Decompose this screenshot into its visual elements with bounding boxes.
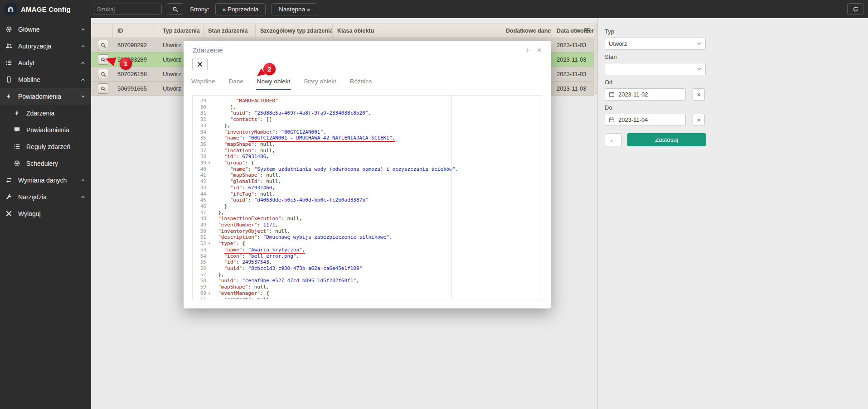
fold-gutter <box>206 216 212 222</box>
line-number: 54 <box>193 253 206 260</box>
sidebar-item-mobilne[interactable]: Mobilne <box>0 71 91 88</box>
code-text: "uuid": "25d88e5a-469f-4a8f-9fa9-2334038… <box>212 110 371 116</box>
filter-stan-select[interactable] <box>605 63 706 75</box>
modal-close-button[interactable] <box>192 58 208 70</box>
table-header: IDTyp zdarzeniaStan zdarzeniaSzczegółowy… <box>91 24 594 38</box>
filter-typ-value: Utwórz <box>609 40 627 47</box>
sidebar-item-główne[interactable]: Główne <box>0 21 91 38</box>
column-header-stan-zdarzenia: Stan zdarzenia <box>204 24 256 38</box>
event-modal: Zdarzenie + × WspólneDaneNowy obiektStar… <box>184 41 551 308</box>
line-number: 34 <box>193 129 206 135</box>
line-number: 38 <box>193 154 206 160</box>
fold-icon[interactable]: ▾ <box>206 160 212 166</box>
tab-dane[interactable]: Dane <box>228 78 244 90</box>
sidebar-item-label: Schedulery <box>26 160 86 167</box>
mobile-icon <box>5 76 14 83</box>
sidebar-item-wymiana-danych[interactable]: Wymiana danych <box>0 172 91 188</box>
close-icon[interactable]: × <box>537 46 542 54</box>
filter-do-clear-button[interactable]: × <box>693 114 705 126</box>
column-header-actions <box>91 24 113 38</box>
row-details-button[interactable] <box>98 69 108 79</box>
column-header-klasa-obiektu: Klasa obiektu <box>333 24 501 38</box>
table-scrollbar[interactable] <box>594 24 597 94</box>
filters-panel: Typ Utwórz Stan Od 2023-11-02 × Do 2023-… <box>597 18 868 409</box>
line-number: 53 <box>193 247 206 253</box>
bolt-icon <box>14 110 22 116</box>
sidebar-item-zdarzenia[interactable]: Zdarzenia <box>0 105 91 121</box>
fold-gutter <box>206 166 212 173</box>
fold-icon[interactable]: ▾ <box>206 290 212 297</box>
calendar-icon[interactable] <box>609 117 615 123</box>
expand-icon[interactable]: + <box>525 46 530 54</box>
code-text: "contact": null, <box>212 297 272 300</box>
code-text: "inventoryObject": null, <box>212 228 290 235</box>
table-cell <box>91 83 113 94</box>
sidebar-item-autoryzacja[interactable]: Autoryzacja <box>0 38 91 54</box>
row-details-button[interactable] <box>98 40 108 50</box>
x-icon <box>197 62 203 67</box>
sidebar-item-label: Audyt <box>18 59 80 67</box>
modal-tabs: WspólneDaneNowy obiektStary obiektRóżnic… <box>190 78 373 90</box>
table-cell: 507090292 <box>113 42 158 48</box>
apply-filters-button[interactable]: Zastosuj <box>627 133 706 146</box>
line-number: 52 <box>193 241 206 247</box>
chevron-down-icon <box>697 67 702 72</box>
code-line: 40 "name": "System uzdatniania wody (odw… <box>193 166 542 173</box>
fold-icon[interactable]: ▾ <box>206 241 212 247</box>
sidebar-item-audyt[interactable]: Audyt <box>0 54 91 71</box>
amage-logo-icon <box>5 3 17 15</box>
tab-różnica[interactable]: Różnica <box>349 78 373 90</box>
fold-gutter <box>206 203 212 210</box>
filter-od-clear-button[interactable]: × <box>693 88 705 101</box>
filter-od-date-input[interactable]: 2023-11-02 <box>605 88 686 101</box>
tab-nowy-obiekt[interactable]: Nowy obiekt <box>256 78 291 90</box>
sidebar-item-reguły-zdarzeń[interactable]: Reguły zdarzeń <box>0 138 91 155</box>
code-line: 61 "contact": null, <box>193 297 542 300</box>
sidebar-item-powiadomienia[interactable]: Powiadomienia <box>0 121 91 138</box>
code-line: 33 }, <box>193 123 542 129</box>
sidebar-item-label: Reguły zdarzeń <box>26 143 86 150</box>
code-line: 31 "uuid": "25d88e5a-469f-4a8f-9fa9-2334… <box>193 110 542 116</box>
tab-stary-obiekt[interactable]: Stary obiekt <box>303 78 337 90</box>
code-text: "name": "Awaria krytyczna", <box>212 247 305 253</box>
sidebar-item-narzędzia[interactable]: Narzędzia <box>0 188 91 205</box>
code-line: 43 "id": 67931460, <box>193 185 542 191</box>
collapse-panel-button[interactable]: ← <box>605 133 622 146</box>
filter-do-date-input[interactable]: 2023-11-04 <box>605 114 686 126</box>
sidebar-item-powiadomienia[interactable]: Powiadomienia <box>0 88 91 105</box>
sidebar-item-schedulery[interactable]: Schedulery <box>0 155 91 172</box>
fold-gutter <box>206 297 212 300</box>
chevron-up-icon <box>80 178 86 183</box>
code-line: 52▾ "type": { <box>193 241 542 247</box>
prev-page-button[interactable]: « Poprzednia <box>215 3 266 15</box>
code-text: "group": { <box>212 160 254 166</box>
filter-do-label: Do <box>605 104 868 111</box>
next-page-button[interactable]: Następna » <box>272 3 317 15</box>
fold-gutter <box>206 197 212 203</box>
refresh-button[interactable] <box>847 3 863 15</box>
line-number: 58 <box>193 278 206 284</box>
line-number: 30 <box>193 104 206 111</box>
line-number: 36 <box>193 141 206 148</box>
fold-gutter <box>206 135 212 141</box>
column-header-szczegółowy-typ-zdarzenia: Szczegółowy typ zdarzenia <box>256 24 333 38</box>
search-input[interactable] <box>93 4 162 14</box>
fold-gutter <box>206 141 212 148</box>
search-button[interactable] <box>167 3 183 15</box>
line-number: 44 <box>193 191 206 197</box>
list-icon <box>5 59 14 66</box>
code-line: 53 "name": "Awaria krytyczna", <box>193 247 542 253</box>
line-number: 42 <box>193 178 206 185</box>
column-menu-icon[interactable] <box>583 27 592 35</box>
sidebar-item-wyloguj[interactable]: Wyloguj <box>0 205 91 222</box>
code-line: 45 "uuid": "d4063dde-b0c5-4b0d-bb0c-fc2b… <box>193 197 542 203</box>
line-number: 59 <box>193 284 206 290</box>
table-cell: 507026158 <box>113 71 158 77</box>
code-text: }, <box>212 272 224 278</box>
row-details-button[interactable] <box>98 83 108 94</box>
sidebar: GłówneAutoryzacjaAudytMobilnePowiadomien… <box>0 18 91 409</box>
column-header-dodatkowe-dane: Dodatkowe dane <box>501 24 552 38</box>
tab-wspólne[interactable]: Wspólne <box>190 78 216 90</box>
filter-typ-select[interactable]: Utwórz <box>605 38 706 50</box>
calendar-icon[interactable] <box>609 91 615 97</box>
